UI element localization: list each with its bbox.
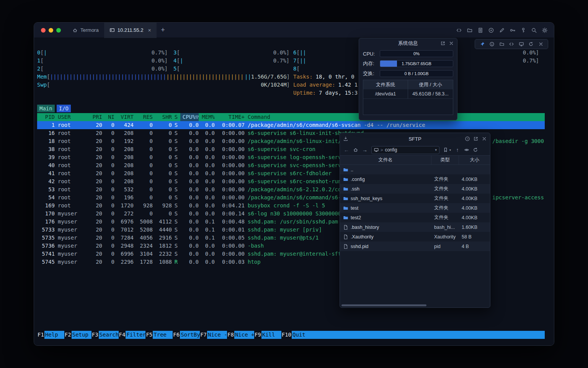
- log-icon[interactable]: [477, 27, 483, 33]
- refresh-icon[interactable]: [473, 147, 478, 153]
- help-icon[interactable]: ?: [465, 136, 470, 141]
- column-header-pid[interactable]: PID: [37, 113, 55, 121]
- column-header-ni[interactable]: NI: [102, 113, 114, 121]
- chevron-down-icon[interactable]: ▾: [435, 148, 437, 152]
- close-icon[interactable]: [449, 41, 454, 46]
- pin-icon[interactable]: [480, 41, 485, 47]
- settings-icon[interactable]: [542, 27, 548, 33]
- path-breadcrumb[interactable]: > config ▾: [371, 146, 439, 154]
- file-column-header-0[interactable]: 文件名: [340, 156, 431, 164]
- file-row-test[interactable]: test文件夹4.00KB: [340, 203, 490, 213]
- open-in-window-icon[interactable]: [473, 136, 479, 141]
- cpu-meter-1: 1[0.0%]: [37, 57, 168, 65]
- column-header-virt[interactable]: VIRT: [114, 113, 134, 121]
- file-row-ssh_host_keys[interactable]: ssh_host_keys文件夹4.00KB: [340, 194, 490, 203]
- file-table-header: 文件名类型大小: [340, 155, 490, 165]
- system-info-panel: 系统信息 CPU:0%内存:1.75GB/7.65GB交换:0 B / 1.00…: [359, 38, 457, 120]
- key-icon[interactable]: [510, 27, 516, 33]
- code-icon[interactable]: [456, 27, 462, 33]
- file-column-header-2[interactable]: 大小: [459, 156, 490, 164]
- cpu-meter-4: 4[|0.7%]: [173, 57, 289, 65]
- fkey-F1[interactable]: F1Help: [37, 331, 64, 339]
- column-header-res[interactable]: RES: [134, 113, 153, 121]
- refresh-icon[interactable]: [528, 41, 534, 47]
- file-icon: [343, 234, 348, 240]
- sftp-toolbar: ← → > config ▾ ▾ ↑: [340, 145, 490, 155]
- fkey-F3[interactable]: F3Search: [91, 331, 119, 339]
- column-header-time[interactable]: TIME+: [215, 113, 245, 121]
- filesystem-table-header: 文件系统使用 / 大小: [363, 80, 453, 89]
- code-icon[interactable]: [509, 41, 514, 47]
- minimize-window-button[interactable]: [49, 28, 53, 33]
- filesystem-table: 文件系统使用 / 大小 /dev/vda145.61GB / 58.3...: [363, 80, 453, 115]
- column-header-pri[interactable]: PRI: [88, 113, 102, 121]
- file-row-.bash_history[interactable]: .bash_historybash_hi...1.60KB: [340, 222, 490, 232]
- horizontal-scrollbar[interactable]: [341, 304, 426, 306]
- htop-tab-main[interactable]: Main: [37, 105, 55, 112]
- command-overflow-text: ipcserver-access: [492, 194, 544, 202]
- file-row-.Xauthority[interactable]: .XauthorityXauthority58 B: [340, 232, 490, 242]
- open-in-window-icon[interactable]: [440, 41, 446, 46]
- new-tab-button[interactable]: +: [157, 23, 170, 38]
- file-row-test2[interactable]: test2文件夹4.00KB: [340, 213, 490, 222]
- filesystem-table-rows: /dev/vda145.61GB / 58.3...: [363, 89, 453, 99]
- tab-host[interactable]: 10.211.55.2 ×: [104, 23, 157, 38]
- fs-column-header-1[interactable]: 使用 / 大小: [408, 80, 453, 89]
- back-icon[interactable]: ←: [343, 147, 350, 153]
- column-header-cpu[interactable]: CPU%▽: [180, 113, 199, 121]
- transfers-icon[interactable]: [343, 136, 348, 141]
- file-row-.config[interactable]: .config文件夹4.00KB: [340, 174, 490, 184]
- function-key-bar: F1HelpF2SetupF3SearchF4FilterF5TreeF6Sor…: [37, 331, 545, 339]
- column-header-s[interactable]: S: [172, 113, 180, 121]
- bookmark-chevron-icon[interactable]: ▾: [449, 148, 451, 152]
- process-row-1[interactable]: 1root20042400S0.00.00:00.07/package/admi…: [37, 121, 545, 129]
- titlebar-toolbar: [456, 27, 554, 33]
- terminal-icon: [109, 28, 115, 33]
- column-header-shr[interactable]: SHR: [153, 113, 172, 121]
- cpu-meter-2: 2[0.0%]: [37, 65, 168, 73]
- tab-label: Termora: [80, 27, 99, 33]
- close-tab-icon[interactable]: ×: [148, 28, 151, 33]
- upload-icon[interactable]: ↑: [454, 147, 461, 153]
- record-icon[interactable]: [488, 27, 494, 33]
- file-row-sshd.pid[interactable]: sshd.pidpid4 B: [340, 242, 490, 251]
- fkey-F6[interactable]: F6SortBy: [173, 331, 200, 339]
- fs-column-header-0[interactable]: 文件系统: [363, 80, 408, 89]
- file-column-header-1[interactable]: 类型: [431, 156, 459, 164]
- column-header-user[interactable]: USER: [55, 113, 88, 121]
- close-icon[interactable]: [538, 41, 544, 47]
- fkey-F8[interactable]: F8Nice +: [227, 331, 254, 339]
- fkey-F10[interactable]: F10Quit: [281, 331, 312, 339]
- fkey-F5[interactable]: F5Tree: [145, 331, 173, 339]
- show-hidden-eye-icon[interactable]: [464, 147, 469, 153]
- edit-icon[interactable]: [499, 27, 505, 33]
- file-row-..[interactable]: ..: [340, 165, 490, 174]
- close-window-button[interactable]: [41, 28, 46, 33]
- file-row-.ssh[interactable]: .ssh文件夹4.00KB: [340, 184, 490, 194]
- column-header-mem[interactable]: MEM%: [199, 113, 215, 121]
- fkey-F7[interactable]: F7Nice -: [200, 331, 227, 339]
- fkey-F4[interactable]: F4Filter: [119, 331, 146, 339]
- search-icon[interactable]: [531, 27, 537, 33]
- forward-icon[interactable]: →: [362, 147, 368, 153]
- fkey-F9[interactable]: F9Kill: [254, 331, 281, 339]
- command-overflow-text: /basedir -g 3000: [492, 137, 544, 145]
- folder-icon: [343, 196, 348, 201]
- info-icon[interactable]: [489, 41, 495, 47]
- home-icon[interactable]: [353, 147, 358, 153]
- keyhole-icon[interactable]: [520, 27, 526, 33]
- breadcrumb-path: config: [385, 147, 397, 153]
- folder-icon[interactable]: [499, 41, 505, 47]
- folder-icon[interactable]: [467, 27, 473, 33]
- tab-termora[interactable]: Termora: [67, 23, 104, 38]
- fkey-F2[interactable]: F2Setup: [64, 331, 91, 339]
- system-stats: CPU:0%内存:1.75GB/7.65GB交换:0 B / 1.00GB: [363, 50, 453, 77]
- bookmark-icon[interactable]: [443, 147, 448, 153]
- htop-tab-io[interactable]: I/O: [57, 105, 71, 112]
- display-icon[interactable]: [519, 41, 524, 47]
- titlebar: Termora 10.211.55.2 × +: [34, 23, 554, 38]
- folder-icon: [343, 177, 348, 182]
- file-icon: [343, 225, 348, 230]
- zoom-window-button[interactable]: [56, 28, 61, 33]
- close-icon[interactable]: [482, 136, 487, 141]
